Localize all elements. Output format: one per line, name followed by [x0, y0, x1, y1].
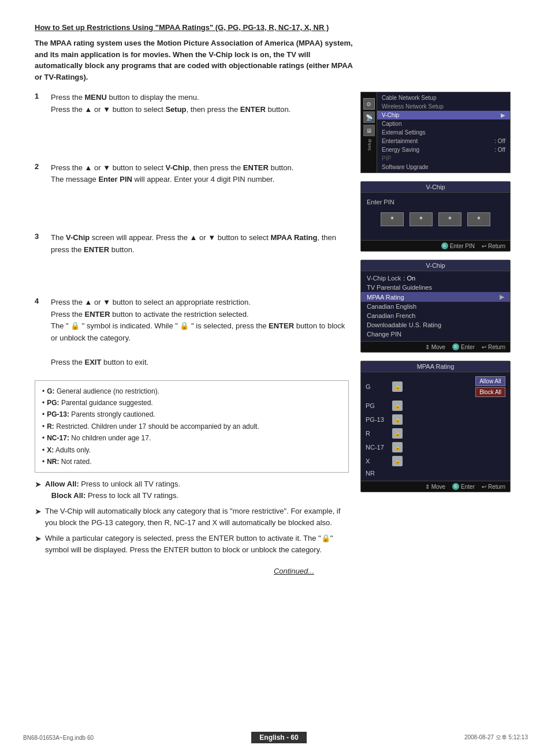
- allow-all-button[interactable]: Allow All: [475, 376, 505, 386]
- arrow-note-allow-all: ➤ Allow All: Press to unlock all TV rati…: [35, 478, 349, 501]
- vchip-lock-row: V-Chip Lock: On: [361, 274, 510, 283]
- setup-icon-screen: 🖥: [363, 125, 375, 136]
- pin-box-4: *: [467, 212, 490, 226]
- page: How to Set up Restrictions Using "MPAA R…: [0, 0, 551, 756]
- mpaa-nr-row: NR: [361, 468, 510, 478]
- right-column: Setup ⚙ 📡 🖥 Cable Network Setup Wireless…: [360, 92, 522, 575]
- vchip-enter-label: E Enter: [452, 343, 475, 350]
- menu-item-wireless: Wireless Network Setup: [377, 102, 510, 111]
- mpaa-pg-row: PG 🔒: [361, 399, 510, 413]
- mpaa-nc17-row: NC-17 🔒: [361, 440, 510, 454]
- mpaa-g-lock: 🔒: [392, 381, 403, 392]
- note-nr: •NR: Not rated.: [42, 456, 341, 467]
- menu-item-software: Software Upgrade: [377, 163, 510, 171]
- mpaa-x-row: X 🔒: [361, 454, 510, 468]
- pin-box-3: *: [438, 212, 461, 226]
- note-r: •R: Restricted. Children under 17 should…: [42, 421, 341, 432]
- vchip-pin-title: V-Chip: [361, 182, 510, 193]
- vchip-change-pin: Change PIN: [361, 330, 510, 339]
- menu-item-energy: Energy Saving: Off: [377, 145, 510, 154]
- step-2-content: Press the ▲ or ▼ button to select V-Chip…: [51, 162, 349, 186]
- vchip-canadian-french: Canadian French: [361, 311, 510, 320]
- pin-footer: E Enter PIN ↩ Return: [361, 240, 510, 251]
- mpaa-r-lock: 🔒: [392, 428, 403, 439]
- arrow-note-tip1: ➤ The V-Chip will automatically block an…: [35, 506, 349, 528]
- continued-label: Continued...: [35, 567, 314, 575]
- vchip-main-title: V-Chip: [361, 260, 510, 271]
- menu-item-vchip: V-Chip▶: [377, 111, 510, 119]
- note-pg13: •PG-13: Parents strongly cautioned.: [42, 409, 341, 420]
- arrow-icon-2: ➤: [35, 506, 42, 528]
- note-pg: •PG: Parental guidance suggested.: [42, 397, 341, 409]
- mpaa-pg13-row: PG-13 🔒: [361, 413, 510, 426]
- menu-item-pip: PIP: [377, 154, 510, 163]
- pin-entry-area: * * * *: [361, 208, 510, 231]
- mpaa-pg-lock: 🔒: [392, 401, 403, 411]
- setup-icon-signal: 📡: [363, 111, 375, 123]
- mpaa-pg13-lock: 🔒: [392, 414, 403, 425]
- mpaa-move-label: ⇕ Move: [425, 483, 445, 490]
- arrow-note-tip2: ➤ While a particular category is selecte…: [35, 533, 349, 555]
- setup-menu-screenshot: Setup ⚙ 📡 🖥 Cable Network Setup Wireless…: [360, 92, 511, 173]
- note-nc17: •NC-17: No children under age 17.: [42, 432, 341, 444]
- enter-pin-label: Enter PIN: [361, 193, 510, 208]
- menu-item-external: External Settings: [377, 128, 510, 137]
- step-4-content: Press the ▲ or ▼ button to select an app…: [51, 297, 349, 369]
- doc-code: BN68-01653A~Eng.indb 60: [23, 735, 94, 741]
- block-all-button[interactable]: Block All: [475, 387, 505, 397]
- step-1-content: Press the MENU button to display the men…: [51, 92, 349, 116]
- step-3-number: 3: [35, 232, 45, 256]
- step-4-number: 4: [35, 297, 45, 369]
- mpaa-x-lock: 🔒: [392, 456, 403, 466]
- note-x: •X: Adults only.: [42, 444, 341, 456]
- step-2: 2 Press the ▲ or ▼ button to select V-Ch…: [35, 162, 349, 186]
- pin-enter-label: E Enter PIN: [441, 242, 475, 249]
- vchip-mpaa-rating: MPAA Rating▶: [361, 292, 510, 302]
- vchip-move-label: ⇕ Move: [425, 343, 445, 350]
- step-1: 1 Press the MENU button to display the m…: [35, 92, 349, 116]
- vchip-downloadable: Downloadable U.S. Rating: [361, 320, 510, 330]
- step-2-number: 2: [35, 162, 45, 186]
- mpaa-nc17-lock: 🔒: [392, 442, 403, 452]
- pin-box-2: *: [409, 212, 433, 226]
- step-3: 3 The V-Chip screen will appear. Press t…: [35, 232, 349, 256]
- move-arrows-icon: ⇕: [425, 344, 430, 350]
- vchip-main-screenshot: V-Chip V-Chip Lock: On TV Parental Guide…: [360, 260, 511, 353]
- mpaa-rating-screenshot: MPAA Rating G 🔒 Allow All Block All PG 🔒: [360, 361, 511, 492]
- setup-menu-items: Cable Network Setup Wireless Network Set…: [377, 92, 510, 173]
- mpaa-rating-title: MPAA Rating: [361, 361, 510, 372]
- vchip-pin-screenshot: V-Chip Enter PIN * * * * E Enter PIN: [360, 181, 511, 252]
- page-title: How to Set up Restrictions Using "MPAA R…: [35, 23, 522, 32]
- arrow-icon-3: ➤: [35, 533, 42, 555]
- left-column: 1 Press the MENU button to display the m…: [35, 92, 349, 575]
- page-number: English - 60: [251, 732, 306, 743]
- timestamp: 2008-08-27 오후 5:12:13: [464, 733, 528, 742]
- arrow-icon-1: ➤: [35, 478, 42, 501]
- pin-box-1: *: [381, 212, 404, 226]
- note-g: •G: General audience (no restriction).: [42, 386, 341, 397]
- mpaa-rating-body: G 🔒 Allow All Block All PG 🔒 PG-13 🔒: [361, 372, 510, 481]
- pin-return-label: ↩ Return: [482, 242, 505, 249]
- vchip-canadian-english: Canadian English: [361, 302, 510, 311]
- mpaa-return-label: ↩ Return: [482, 483, 505, 490]
- content-area: 1 Press the MENU button to display the m…: [35, 92, 522, 575]
- step-1-number: 1: [35, 92, 45, 116]
- mpaa-footer: ⇕ Move E Enter ↩ Return: [361, 481, 510, 492]
- setup-icon-tools: ⚙: [363, 98, 375, 110]
- menu-item-cable: Cable Network Setup: [377, 93, 510, 102]
- vchip-return-icon: ↩: [482, 344, 486, 350]
- return-icon: ↩: [482, 243, 486, 249]
- enter-btn-icon: E: [441, 242, 448, 249]
- mpaa-r-row: R 🔒: [361, 426, 510, 440]
- intro-text: The MPAA rating system uses the Motion P…: [35, 38, 358, 83]
- mpaa-return-icon: ↩: [482, 484, 486, 490]
- mpaa-enter-icon: E: [452, 483, 459, 490]
- vchip-enter-icon: E: [452, 343, 459, 350]
- vchip-return-label: ↩ Return: [482, 343, 505, 350]
- step-3-content: The V-Chip screen will appear. Press the…: [51, 232, 349, 256]
- step-4: 4 Press the ▲ or ▼ button to select an a…: [35, 297, 349, 369]
- vchip-tv-parental: TV Parental Guidelines: [361, 283, 510, 292]
- menu-item-entertainment: Entertainment: Off: [377, 137, 510, 145]
- footer-bar: BN68-01653A~Eng.indb 60 English - 60 200…: [0, 728, 551, 747]
- notes-box: •G: General audience (no restriction). •…: [35, 380, 349, 473]
